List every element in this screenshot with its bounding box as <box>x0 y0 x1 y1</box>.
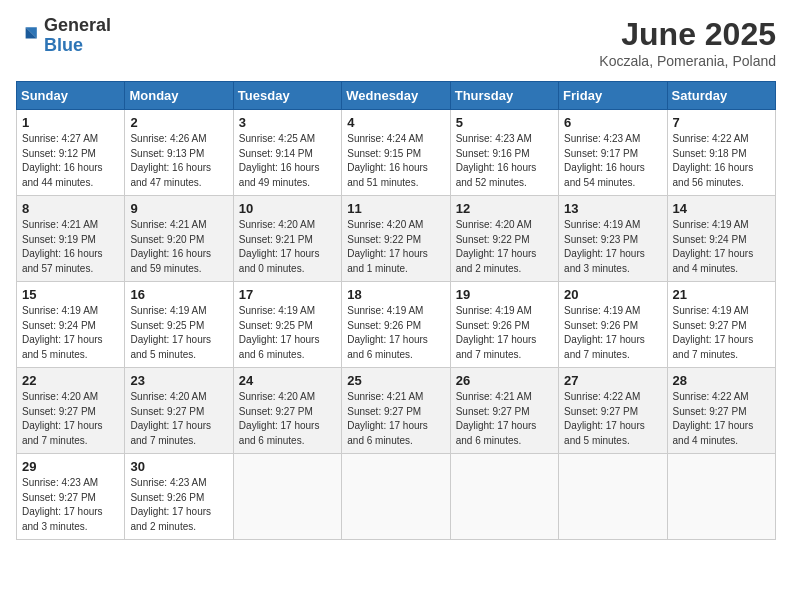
day-info: Sunrise: 4:23 AM Sunset: 9:17 PM Dayligh… <box>564 132 661 190</box>
calendar-cell: 24Sunrise: 4:20 AM Sunset: 9:27 PM Dayli… <box>233 368 341 454</box>
day-info: Sunrise: 4:27 AM Sunset: 9:12 PM Dayligh… <box>22 132 119 190</box>
weekday-header: Monday <box>125 82 233 110</box>
calendar-body: 1Sunrise: 4:27 AM Sunset: 9:12 PM Daylig… <box>17 110 776 540</box>
calendar-cell: 17Sunrise: 4:19 AM Sunset: 9:25 PM Dayli… <box>233 282 341 368</box>
calendar-week-row: 15Sunrise: 4:19 AM Sunset: 9:24 PM Dayli… <box>17 282 776 368</box>
calendar-table: SundayMondayTuesdayWednesdayThursdayFrid… <box>16 81 776 540</box>
day-info: Sunrise: 4:21 AM Sunset: 9:19 PM Dayligh… <box>22 218 119 276</box>
weekday-header: Sunday <box>17 82 125 110</box>
day-info: Sunrise: 4:23 AM Sunset: 9:26 PM Dayligh… <box>130 476 227 534</box>
day-info: Sunrise: 4:22 AM Sunset: 9:18 PM Dayligh… <box>673 132 770 190</box>
calendar-cell: 7Sunrise: 4:22 AM Sunset: 9:18 PM Daylig… <box>667 110 775 196</box>
day-info: Sunrise: 4:20 AM Sunset: 9:22 PM Dayligh… <box>456 218 553 276</box>
day-info: Sunrise: 4:20 AM Sunset: 9:27 PM Dayligh… <box>130 390 227 448</box>
day-number: 5 <box>456 115 553 130</box>
calendar-cell: 6Sunrise: 4:23 AM Sunset: 9:17 PM Daylig… <box>559 110 667 196</box>
calendar-cell <box>233 454 341 540</box>
day-info: Sunrise: 4:23 AM Sunset: 9:16 PM Dayligh… <box>456 132 553 190</box>
day-info: Sunrise: 4:19 AM Sunset: 9:23 PM Dayligh… <box>564 218 661 276</box>
day-number: 9 <box>130 201 227 216</box>
day-number: 8 <box>22 201 119 216</box>
calendar-cell: 4Sunrise: 4:24 AM Sunset: 9:15 PM Daylig… <box>342 110 450 196</box>
calendar-cell: 27Sunrise: 4:22 AM Sunset: 9:27 PM Dayli… <box>559 368 667 454</box>
day-info: Sunrise: 4:22 AM Sunset: 9:27 PM Dayligh… <box>564 390 661 448</box>
day-number: 25 <box>347 373 444 388</box>
day-number: 30 <box>130 459 227 474</box>
day-info: Sunrise: 4:23 AM Sunset: 9:27 PM Dayligh… <box>22 476 119 534</box>
calendar-cell: 22Sunrise: 4:20 AM Sunset: 9:27 PM Dayli… <box>17 368 125 454</box>
calendar-cell: 26Sunrise: 4:21 AM Sunset: 9:27 PM Dayli… <box>450 368 558 454</box>
calendar-cell: 23Sunrise: 4:20 AM Sunset: 9:27 PM Dayli… <box>125 368 233 454</box>
day-number: 2 <box>130 115 227 130</box>
calendar-cell: 20Sunrise: 4:19 AM Sunset: 9:26 PM Dayli… <box>559 282 667 368</box>
calendar-cell <box>559 454 667 540</box>
day-number: 17 <box>239 287 336 302</box>
day-number: 18 <box>347 287 444 302</box>
calendar-cell: 14Sunrise: 4:19 AM Sunset: 9:24 PM Dayli… <box>667 196 775 282</box>
day-info: Sunrise: 4:25 AM Sunset: 9:14 PM Dayligh… <box>239 132 336 190</box>
calendar-header: SundayMondayTuesdayWednesdayThursdayFrid… <box>17 82 776 110</box>
calendar-cell: 12Sunrise: 4:20 AM Sunset: 9:22 PM Dayli… <box>450 196 558 282</box>
day-number: 13 <box>564 201 661 216</box>
calendar-cell: 9Sunrise: 4:21 AM Sunset: 9:20 PM Daylig… <box>125 196 233 282</box>
calendar-cell: 13Sunrise: 4:19 AM Sunset: 9:23 PM Dayli… <box>559 196 667 282</box>
day-number: 7 <box>673 115 770 130</box>
calendar-cell: 8Sunrise: 4:21 AM Sunset: 9:19 PM Daylig… <box>17 196 125 282</box>
day-number: 29 <box>22 459 119 474</box>
day-info: Sunrise: 4:19 AM Sunset: 9:25 PM Dayligh… <box>130 304 227 362</box>
calendar-week-row: 1Sunrise: 4:27 AM Sunset: 9:12 PM Daylig… <box>17 110 776 196</box>
page-header: General Blue June 2025 Koczala, Pomerani… <box>16 16 776 69</box>
calendar-cell <box>342 454 450 540</box>
day-number: 10 <box>239 201 336 216</box>
calendar-cell: 25Sunrise: 4:21 AM Sunset: 9:27 PM Dayli… <box>342 368 450 454</box>
day-number: 14 <box>673 201 770 216</box>
day-number: 19 <box>456 287 553 302</box>
calendar-cell <box>450 454 558 540</box>
day-info: Sunrise: 4:24 AM Sunset: 9:15 PM Dayligh… <box>347 132 444 190</box>
day-info: Sunrise: 4:20 AM Sunset: 9:27 PM Dayligh… <box>22 390 119 448</box>
logo-line2: Blue <box>44 36 111 56</box>
calendar-week-row: 22Sunrise: 4:20 AM Sunset: 9:27 PM Dayli… <box>17 368 776 454</box>
day-number: 11 <box>347 201 444 216</box>
day-number: 24 <box>239 373 336 388</box>
day-info: Sunrise: 4:19 AM Sunset: 9:26 PM Dayligh… <box>564 304 661 362</box>
month-title: June 2025 <box>599 16 776 53</box>
title-section: June 2025 Koczala, Pomerania, Poland <box>599 16 776 69</box>
day-number: 15 <box>22 287 119 302</box>
day-info: Sunrise: 4:19 AM Sunset: 9:24 PM Dayligh… <box>673 218 770 276</box>
weekday-row: SundayMondayTuesdayWednesdayThursdayFrid… <box>17 82 776 110</box>
day-info: Sunrise: 4:22 AM Sunset: 9:27 PM Dayligh… <box>673 390 770 448</box>
day-number: 6 <box>564 115 661 130</box>
day-number: 1 <box>22 115 119 130</box>
day-number: 26 <box>456 373 553 388</box>
logo-line1: General <box>44 16 111 36</box>
calendar-cell: 16Sunrise: 4:19 AM Sunset: 9:25 PM Dayli… <box>125 282 233 368</box>
day-info: Sunrise: 4:21 AM Sunset: 9:27 PM Dayligh… <box>456 390 553 448</box>
calendar-cell: 28Sunrise: 4:22 AM Sunset: 9:27 PM Dayli… <box>667 368 775 454</box>
day-info: Sunrise: 4:19 AM Sunset: 9:24 PM Dayligh… <box>22 304 119 362</box>
logo: General Blue <box>16 16 111 56</box>
weekday-header: Tuesday <box>233 82 341 110</box>
day-info: Sunrise: 4:19 AM Sunset: 9:26 PM Dayligh… <box>456 304 553 362</box>
calendar-cell: 11Sunrise: 4:20 AM Sunset: 9:22 PM Dayli… <box>342 196 450 282</box>
calendar-cell: 19Sunrise: 4:19 AM Sunset: 9:26 PM Dayli… <box>450 282 558 368</box>
weekday-header: Saturday <box>667 82 775 110</box>
day-number: 21 <box>673 287 770 302</box>
calendar-cell: 15Sunrise: 4:19 AM Sunset: 9:24 PM Dayli… <box>17 282 125 368</box>
calendar-week-row: 29Sunrise: 4:23 AM Sunset: 9:27 PM Dayli… <box>17 454 776 540</box>
day-number: 28 <box>673 373 770 388</box>
logo-icon <box>16 24 40 48</box>
day-number: 4 <box>347 115 444 130</box>
calendar-cell: 21Sunrise: 4:19 AM Sunset: 9:27 PM Dayli… <box>667 282 775 368</box>
weekday-header: Thursday <box>450 82 558 110</box>
day-info: Sunrise: 4:20 AM Sunset: 9:22 PM Dayligh… <box>347 218 444 276</box>
calendar-cell: 1Sunrise: 4:27 AM Sunset: 9:12 PM Daylig… <box>17 110 125 196</box>
day-info: Sunrise: 4:19 AM Sunset: 9:25 PM Dayligh… <box>239 304 336 362</box>
calendar-week-row: 8Sunrise: 4:21 AM Sunset: 9:19 PM Daylig… <box>17 196 776 282</box>
location: Koczala, Pomerania, Poland <box>599 53 776 69</box>
day-info: Sunrise: 4:21 AM Sunset: 9:27 PM Dayligh… <box>347 390 444 448</box>
day-number: 20 <box>564 287 661 302</box>
day-number: 23 <box>130 373 227 388</box>
calendar-cell: 18Sunrise: 4:19 AM Sunset: 9:26 PM Dayli… <box>342 282 450 368</box>
day-info: Sunrise: 4:19 AM Sunset: 9:26 PM Dayligh… <box>347 304 444 362</box>
